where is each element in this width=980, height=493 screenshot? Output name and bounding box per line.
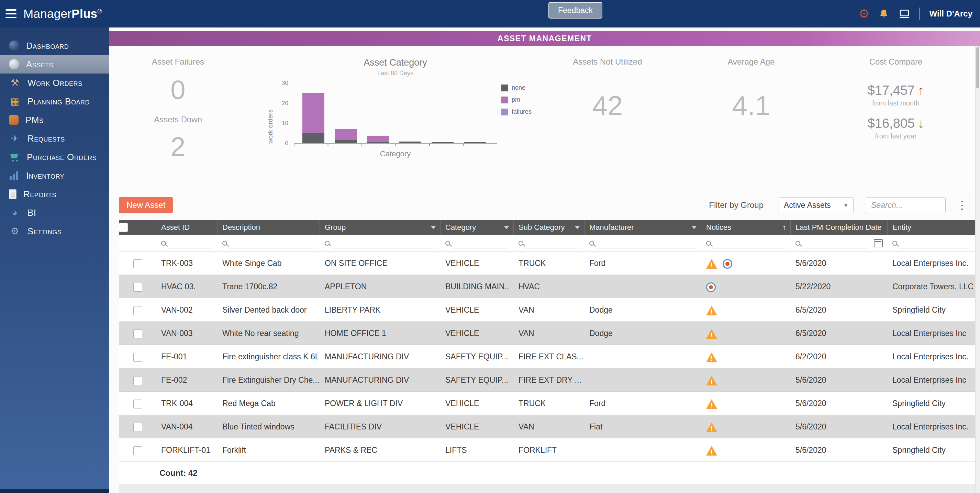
sidebar-item-work-orders[interactable]: ⚒Work Orders [0,73,109,92]
row-checkbox[interactable] [133,446,142,455]
column-filter-input[interactable] [229,238,314,248]
column-filter-input[interactable] [332,238,434,248]
table-row[interactable]: TRK-004Red Mega CabPOWER & LIGHT DIVVEHI… [119,392,975,415]
asset-failures-label: Asset Failures [109,57,247,67]
filter-funnel-icon[interactable] [691,226,697,229]
settings-gear-icon[interactable]: ⚙ [858,8,869,20]
active-assets-select[interactable]: Active Assets ▼ [779,197,854,213]
row-checkbox[interactable] [133,376,142,385]
sidebar-item-bi[interactable]: ◕BI [0,204,109,222]
column-filter-input[interactable] [899,238,969,248]
cell-entity: Corporate Towers, LLC [888,275,975,298]
filter-by-group-button[interactable]: Filter by Group [709,200,764,210]
sidebar-item-planning-board[interactable]: ▦Planning Board [0,92,109,111]
warning-icon[interactable]: ! [706,306,717,315]
select-all-checkbox[interactable] [119,223,128,232]
stats-dashboard: Asset Failures 0 Assets Down 2 Asset Cat… [109,46,980,195]
topbar: ManagerPlus® Feedback ⚙ Will D'Arcy [0,0,980,27]
chart-bar [367,136,389,143]
column-filter-input[interactable] [168,238,211,248]
warning-icon[interactable]: ! [706,446,717,456]
table-row[interactable]: VAN-004Blue Tinted windowsFACILITIES DIV… [119,415,975,438]
row-checkbox[interactable] [133,283,142,292]
app-logo[interactable]: ManagerPlus® [23,7,102,21]
brand-mark: ® [97,8,102,15]
warning-icon[interactable]: ! [706,376,717,385]
sidebar-item-assets[interactable]: Assets [0,55,109,73]
column-header-category[interactable]: Category [441,220,514,235]
calendar-icon[interactable] [874,239,883,247]
requests-icon: ✈ [9,133,21,144]
column-header-description[interactable]: Description [218,220,320,235]
table-row[interactable]: FE-001Fire extinguisher class K 6LMANUFA… [119,345,975,368]
column-filter-input[interactable] [802,238,868,248]
warning-icon[interactable]: ! [706,259,717,269]
column-header-sub-category[interactable]: Sub Category [514,220,584,235]
filter-funnel-icon[interactable] [431,226,436,229]
filter-funnel-icon[interactable] [574,226,580,229]
cell-entity: Local Enterprises Inc [888,368,975,391]
header-select-all-cell[interactable] [119,220,156,235]
warning-icon[interactable]: ! [706,399,717,409]
row-checkbox[interactable] [133,259,142,268]
scrollbar-thumb[interactable] [976,47,979,88]
column-header-notices[interactable]: Notices↑ [701,220,791,235]
chart-title: Asset Category [294,57,497,68]
table-row[interactable]: HVAC 03.Trane 1700c.82APPLETONBUILDING M… [119,275,975,298]
row-checkbox[interactable] [133,306,142,315]
chart-bar-segment-pm [335,129,357,140]
table-row[interactable]: VAN-003White No rear seatingHOME OFFICE … [119,321,975,345]
cost-down-arrow-icon: ↓ [918,116,924,130]
column-filter-input[interactable] [525,238,578,248]
filter-funnel-icon[interactable] [504,226,509,229]
cell-description: Red Mega Cab [218,392,320,415]
cell-group: ON SITE OFFICE [320,251,441,275]
device-laptop-icon[interactable] [898,8,911,19]
vertical-scrollbar[interactable] [975,46,980,493]
row-checkbox[interactable] [133,353,142,362]
warning-icon[interactable]: ! [706,329,717,339]
sort-ascending-icon[interactable]: ↑ [783,223,786,232]
filter-cell [514,235,584,251]
column-header-group[interactable]: Group [320,220,441,235]
user-menu[interactable]: Will D'Arcy [929,9,972,19]
column-filter-input[interactable] [596,238,695,248]
warning-icon[interactable]: ! [706,423,717,432]
stat-cost-compare: Cost Compare $17,457↑ from last month $1… [820,57,971,140]
search-input[interactable] [866,197,946,213]
column-header-asset-id[interactable]: Asset ID [156,220,218,235]
column-filter-input[interactable] [713,238,784,248]
more-options-icon[interactable]: ⋮ [955,199,970,212]
table-row[interactable]: FE-002Fire Extinguisher Dry Che...MANUFA… [119,368,975,392]
notifications-bell-icon[interactable] [878,8,889,19]
column-header-manufacturer[interactable]: Manufacturer [584,220,701,235]
column-filter-input[interactable] [452,238,508,248]
sidebar-item-purchase-orders[interactable]: Purchase Orders [0,148,109,166]
cell-description: Trane 1700c.82 [218,275,320,298]
sidebar-item-inventory[interactable]: Inventory [0,166,109,185]
meter-reading-icon[interactable] [722,259,732,269]
hamburger-menu-icon[interactable] [0,0,22,27]
cell-entity: Local Enterprises Inc. [888,415,975,438]
warning-exclamation: ! [706,402,717,409]
table-row[interactable]: FORKLIFT-01ForkliftPARKS & RECLIFTSFORKL… [119,438,975,462]
filter-cell [156,235,218,251]
column-header-entity[interactable]: Entity [888,220,975,235]
feedback-button[interactable]: Feedback [549,2,602,19]
cell-manufacturer [584,438,701,461]
warning-icon[interactable]: ! [706,353,717,362]
column-header-last-pm-completion-date[interactable]: Last PM Completion Date [791,220,888,235]
sidebar-item-reports[interactable]: Reports [0,185,109,204]
new-asset-button[interactable]: New Asset [119,197,173,213]
row-checkbox[interactable] [133,399,142,409]
cell-notices: ! [701,298,791,321]
sidebar-item-requests[interactable]: ✈Requests [0,129,109,148]
table-row[interactable]: TRK-003White Singe CabON SITE OFFICEVEHI… [119,251,975,275]
meter-reading-icon[interactable] [706,282,716,292]
sidebar-item-pms[interactable]: PMs [0,111,109,129]
table-row[interactable]: VAN-002Silver Dented back doorLIBERTY PA… [119,298,975,321]
sidebar-item-settings[interactable]: ⚙Settings [0,222,109,240]
row-checkbox[interactable] [133,329,142,339]
row-checkbox[interactable] [133,423,142,432]
sidebar-item-dashboard[interactable]: Dashboard [0,37,109,55]
